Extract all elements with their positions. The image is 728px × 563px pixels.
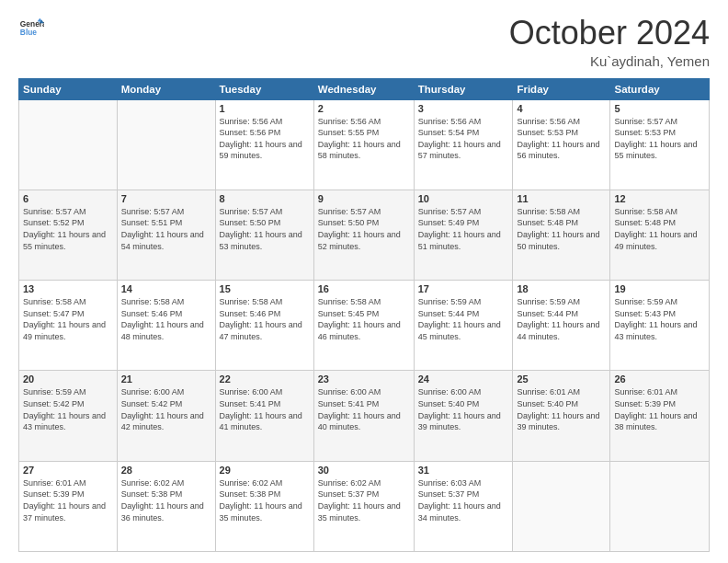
calendar: Sunday Monday Tuesday Wednesday Thursday… — [18, 78, 710, 552]
day-cell: 30Sunrise: 6:02 AMSunset: 5:37 PMDayligh… — [313, 461, 414, 551]
day-number: 15 — [220, 283, 310, 294]
day-info: Sunrise: 6:01 AMSunset: 5:40 PMDaylight:… — [517, 386, 606, 432]
day-cell: 18Sunrise: 5:59 AMSunset: 5:44 PMDayligh… — [513, 281, 610, 371]
day-number: 30 — [318, 465, 410, 476]
day-info: Sunrise: 6:03 AMSunset: 5:37 PMDaylight:… — [418, 477, 509, 523]
main-container: General Blue October 2024 Ku`aydinah, Ye… — [0, 0, 728, 563]
day-info: Sunrise: 6:02 AMSunset: 5:37 PMDaylight:… — [318, 477, 410, 523]
day-info: Sunrise: 6:02 AMSunset: 5:38 PMDaylight:… — [121, 477, 211, 523]
location: Ku`aydinah, Yemen — [509, 53, 710, 69]
day-number: 24 — [418, 373, 509, 385]
day-info: Sunrise: 5:56 AMSunset: 5:54 PMDaylight:… — [418, 116, 509, 162]
day-number: 9 — [318, 193, 410, 204]
day-cell: 24Sunrise: 6:00 AMSunset: 5:40 PMDayligh… — [414, 371, 513, 461]
day-info: Sunrise: 5:59 AMSunset: 5:42 PMDaylight:… — [23, 386, 113, 432]
day-cell: 22Sunrise: 6:00 AMSunset: 5:41 PMDayligh… — [215, 371, 313, 461]
day-cell: 14Sunrise: 5:58 AMSunset: 5:46 PMDayligh… — [117, 281, 215, 371]
col-monday: Monday — [117, 78, 215, 99]
day-number: 8 — [220, 193, 310, 204]
svg-text:Blue: Blue — [20, 28, 37, 37]
logo-icon: General Blue — [18, 15, 44, 40]
month-title: October 2024 — [509, 15, 710, 52]
day-number: 26 — [614, 373, 705, 385]
week-row-1: 1Sunrise: 5:56 AMSunset: 5:56 PMDaylight… — [19, 99, 710, 190]
day-info: Sunrise: 6:02 AMSunset: 5:38 PMDaylight:… — [220, 477, 310, 523]
col-sunday: Sunday — [19, 78, 118, 99]
day-info: Sunrise: 5:57 AMSunset: 5:49 PMDaylight:… — [418, 206, 509, 252]
day-info: Sunrise: 6:01 AMSunset: 5:39 PMDaylight:… — [614, 386, 705, 432]
day-cell: 1Sunrise: 5:56 AMSunset: 5:56 PMDaylight… — [215, 99, 313, 190]
day-number: 23 — [318, 373, 410, 385]
day-cell: 26Sunrise: 6:01 AMSunset: 5:39 PMDayligh… — [610, 371, 710, 461]
day-cell: 28Sunrise: 6:02 AMSunset: 5:38 PMDayligh… — [117, 461, 215, 551]
day-cell: 2Sunrise: 5:56 AMSunset: 5:55 PMDaylight… — [313, 99, 414, 190]
day-cell: 21Sunrise: 6:00 AMSunset: 5:42 PMDayligh… — [117, 371, 215, 461]
header-row: Sunday Monday Tuesday Wednesday Thursday… — [19, 78, 710, 99]
day-number: 11 — [517, 193, 606, 204]
day-number: 19 — [614, 283, 705, 294]
day-cell: 19Sunrise: 5:59 AMSunset: 5:43 PMDayligh… — [610, 281, 710, 371]
day-number: 20 — [23, 373, 113, 385]
day-info: Sunrise: 5:56 AMSunset: 5:55 PMDaylight:… — [318, 116, 410, 162]
col-friday: Friday — [513, 78, 610, 99]
day-number: 13 — [23, 283, 113, 294]
day-info: Sunrise: 5:58 AMSunset: 5:48 PMDaylight:… — [517, 206, 606, 252]
day-info: Sunrise: 6:01 AMSunset: 5:39 PMDaylight:… — [23, 477, 113, 523]
day-number: 4 — [517, 103, 606, 114]
week-row-4: 20Sunrise: 5:59 AMSunset: 5:42 PMDayligh… — [19, 371, 710, 461]
day-info: Sunrise: 5:59 AMSunset: 5:44 PMDaylight:… — [517, 296, 606, 342]
day-cell: 5Sunrise: 5:57 AMSunset: 5:53 PMDaylight… — [610, 99, 710, 190]
day-cell: 11Sunrise: 5:58 AMSunset: 5:48 PMDayligh… — [513, 190, 610, 280]
day-cell: 23Sunrise: 6:00 AMSunset: 5:41 PMDayligh… — [313, 371, 414, 461]
day-cell: 9Sunrise: 5:57 AMSunset: 5:50 PMDaylight… — [313, 190, 414, 280]
day-number: 7 — [121, 193, 211, 204]
day-cell: 3Sunrise: 5:56 AMSunset: 5:54 PMDaylight… — [414, 99, 513, 190]
week-row-2: 6Sunrise: 5:57 AMSunset: 5:52 PMDaylight… — [19, 190, 710, 280]
day-number: 21 — [121, 373, 211, 385]
day-cell: 12Sunrise: 5:58 AMSunset: 5:48 PMDayligh… — [610, 190, 710, 280]
day-cell: 6Sunrise: 5:57 AMSunset: 5:52 PMDaylight… — [19, 190, 118, 280]
day-cell: 10Sunrise: 5:57 AMSunset: 5:49 PMDayligh… — [414, 190, 513, 280]
calendar-body: 1Sunrise: 5:56 AMSunset: 5:56 PMDaylight… — [19, 99, 710, 551]
day-info: Sunrise: 5:57 AMSunset: 5:52 PMDaylight:… — [23, 206, 113, 252]
day-info: Sunrise: 5:56 AMSunset: 5:56 PMDaylight:… — [220, 116, 310, 162]
day-info: Sunrise: 5:58 AMSunset: 5:46 PMDaylight:… — [220, 296, 310, 342]
day-number: 16 — [318, 283, 410, 294]
day-info: Sunrise: 5:57 AMSunset: 5:53 PMDaylight:… — [614, 116, 705, 162]
day-cell — [610, 461, 710, 551]
day-number: 31 — [418, 465, 509, 476]
day-cell: 27Sunrise: 6:01 AMSunset: 5:39 PMDayligh… — [19, 461, 118, 551]
day-number: 3 — [418, 103, 509, 114]
day-cell: 15Sunrise: 5:58 AMSunset: 5:46 PMDayligh… — [215, 281, 313, 371]
day-cell — [117, 99, 215, 190]
day-cell: 31Sunrise: 6:03 AMSunset: 5:37 PMDayligh… — [414, 461, 513, 551]
day-number: 27 — [23, 465, 113, 476]
day-cell: 20Sunrise: 5:59 AMSunset: 5:42 PMDayligh… — [19, 371, 118, 461]
day-info: Sunrise: 5:57 AMSunset: 5:50 PMDaylight:… — [220, 206, 310, 252]
day-number: 6 — [23, 193, 113, 204]
day-cell: 17Sunrise: 5:59 AMSunset: 5:44 PMDayligh… — [414, 281, 513, 371]
day-info: Sunrise: 6:00 AMSunset: 5:40 PMDaylight:… — [418, 386, 509, 432]
day-number: 28 — [121, 465, 211, 476]
title-block: October 2024 Ku`aydinah, Yemen — [509, 15, 710, 69]
day-number: 14 — [121, 283, 211, 294]
week-row-5: 27Sunrise: 6:01 AMSunset: 5:39 PMDayligh… — [19, 461, 710, 551]
day-cell: 16Sunrise: 5:58 AMSunset: 5:45 PMDayligh… — [313, 281, 414, 371]
day-info: Sunrise: 5:59 AMSunset: 5:43 PMDaylight:… — [614, 296, 705, 342]
day-number: 12 — [614, 193, 705, 204]
day-cell: 25Sunrise: 6:01 AMSunset: 5:40 PMDayligh… — [513, 371, 610, 461]
day-cell — [513, 461, 610, 551]
day-number: 2 — [318, 103, 410, 114]
day-info: Sunrise: 5:58 AMSunset: 5:47 PMDaylight:… — [23, 296, 113, 342]
col-wednesday: Wednesday — [313, 78, 414, 99]
col-tuesday: Tuesday — [215, 78, 313, 99]
day-cell — [19, 99, 118, 190]
day-info: Sunrise: 6:00 AMSunset: 5:41 PMDaylight:… — [318, 386, 410, 432]
col-saturday: Saturday — [610, 78, 710, 99]
day-cell: 13Sunrise: 5:58 AMSunset: 5:47 PMDayligh… — [19, 281, 118, 371]
header: General Blue October 2024 Ku`aydinah, Ye… — [18, 15, 710, 69]
day-number: 22 — [220, 373, 310, 385]
day-info: Sunrise: 5:58 AMSunset: 5:46 PMDaylight:… — [121, 296, 211, 342]
logo: General Blue — [18, 15, 44, 40]
day-number: 25 — [517, 373, 606, 385]
